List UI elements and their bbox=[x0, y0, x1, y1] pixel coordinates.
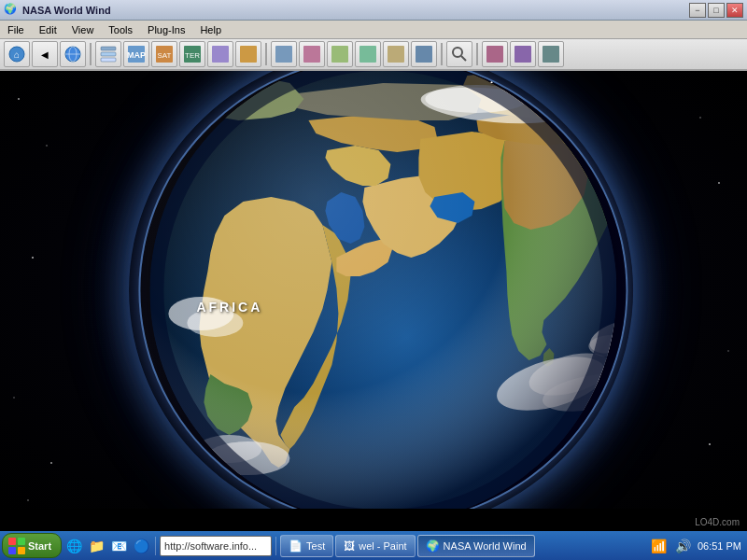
svg-rect-20 bbox=[388, 46, 404, 63]
svg-point-22 bbox=[453, 48, 462, 57]
taskbar-btn-paint[interactable]: 🖼 wel - Paint bbox=[335, 535, 415, 557]
svg-rect-6 bbox=[101, 52, 116, 56]
svg-rect-26 bbox=[543, 46, 559, 63]
toolbar-btn-map8[interactable] bbox=[327, 41, 353, 67]
app-icon: 🌍 bbox=[4, 3, 19, 18]
taskbar-icon-email[interactable]: 📧 bbox=[108, 536, 129, 556]
title-bar: 🌍 NASA World Wind − □ ✕ bbox=[0, 0, 747, 21]
taskbar-divider-1 bbox=[155, 537, 156, 555]
svg-rect-19 bbox=[359, 46, 376, 63]
maximize-button[interactable]: □ bbox=[708, 3, 725, 18]
toolbar-btn-home[interactable]: ⌂ bbox=[4, 41, 30, 67]
toolbar-separator-3 bbox=[441, 43, 443, 65]
toolbar-btn-map1[interactable]: MAP bbox=[123, 41, 149, 67]
toolbar-btn-search[interactable] bbox=[446, 41, 472, 67]
svg-rect-21 bbox=[416, 46, 432, 63]
toolbar-btn-globe[interactable] bbox=[60, 41, 86, 67]
toolbar-separator-1 bbox=[90, 43, 92, 65]
taskbar: Start 🌐 📁 📧 🔵 http://software.info... 📄 … bbox=[0, 531, 747, 560]
svg-rect-55 bbox=[18, 547, 25, 554]
globe[interactable]: AFRICA ASIA bbox=[140, 71, 626, 509]
minimize-button[interactable]: − bbox=[689, 3, 706, 18]
watermark: LO4D.com bbox=[695, 517, 740, 527]
svg-rect-53 bbox=[18, 538, 25, 545]
toolbar-separator-4 bbox=[476, 43, 478, 65]
window-controls: − □ ✕ bbox=[689, 3, 743, 18]
taskbar-btn-test[interactable]: 📄 Test bbox=[280, 535, 333, 557]
toolbar-btn-map2[interactable]: SAT bbox=[151, 41, 177, 67]
volume-icon: 🔊 bbox=[673, 536, 694, 556]
svg-rect-16 bbox=[275, 46, 292, 63]
clock: 06:51 PM bbox=[698, 540, 741, 552]
taskbar-icon-browser[interactable]: 🌐 bbox=[63, 536, 84, 556]
close-button[interactable]: ✕ bbox=[726, 3, 743, 18]
network-icon: 📶 bbox=[649, 536, 669, 556]
taskbar-btn-worldwind[interactable]: 🌍 NASA World Wind bbox=[417, 535, 535, 557]
menu-file[interactable]: File bbox=[4, 23, 28, 36]
menu-bar: File Edit View Tools Plug-Ins Help bbox=[0, 21, 747, 39]
toolbar: ⌂ ◀ MAP SAT TER bbox=[0, 39, 747, 71]
url-bar[interactable]: http://software.info... bbox=[160, 536, 272, 556]
taskbar-icon-ie[interactable]: 🔵 bbox=[131, 536, 151, 556]
svg-text:SAT: SAT bbox=[158, 51, 172, 60]
svg-text:TER: TER bbox=[185, 51, 200, 60]
taskbar-btn-test-icon: 📄 bbox=[289, 539, 303, 553]
svg-rect-24 bbox=[486, 46, 503, 63]
menu-tools[interactable]: Tools bbox=[105, 23, 136, 36]
toolbar-btn-misc3[interactable] bbox=[538, 41, 564, 67]
svg-rect-15 bbox=[240, 46, 257, 63]
toolbar-btn-map6[interactable] bbox=[271, 41, 297, 67]
svg-rect-52 bbox=[8, 538, 16, 545]
svg-rect-17 bbox=[303, 46, 320, 63]
toolbar-btn-map10[interactable] bbox=[383, 41, 409, 67]
toolbar-btn-back[interactable]: ◀ bbox=[32, 41, 58, 67]
svg-rect-54 bbox=[8, 547, 16, 554]
svg-text:MAP: MAP bbox=[127, 50, 146, 60]
windows-logo bbox=[8, 538, 25, 554]
menu-view[interactable]: View bbox=[68, 23, 98, 36]
svg-text:⌂: ⌂ bbox=[14, 49, 20, 60]
toolbar-btn-layers[interactable] bbox=[95, 41, 121, 67]
svg-rect-7 bbox=[101, 58, 116, 62]
toolbar-btn-map7[interactable] bbox=[299, 41, 325, 67]
window-title: NASA World Wind bbox=[22, 5, 111, 16]
taskbar-btn-paint-icon: 🖼 bbox=[344, 539, 355, 553]
toolbar-separator-2 bbox=[265, 43, 267, 65]
menu-help[interactable]: Help bbox=[196, 23, 225, 36]
toolbar-btn-map3[interactable]: TER bbox=[179, 41, 205, 67]
toolbar-btn-map5[interactable] bbox=[235, 41, 261, 67]
svg-line-23 bbox=[461, 56, 466, 61]
svg-rect-14 bbox=[212, 46, 229, 63]
toolbar-btn-map4[interactable] bbox=[207, 41, 233, 67]
svg-rect-5 bbox=[101, 47, 116, 50]
taskbar-right: 📶 🔊 06:51 PM bbox=[649, 536, 745, 556]
start-button[interactable]: Start bbox=[2, 533, 62, 558]
title-left: 🌍 NASA World Wind bbox=[4, 3, 111, 18]
main-viewport[interactable]: AFRICA ASIA bbox=[0, 71, 747, 509]
taskbar-divider-2 bbox=[275, 537, 276, 555]
menu-plugins[interactable]: Plug-Ins bbox=[144, 23, 189, 36]
globe-surface bbox=[140, 71, 626, 509]
toolbar-btn-misc2[interactable] bbox=[510, 41, 536, 67]
toolbar-btn-map9[interactable] bbox=[355, 41, 381, 67]
taskbar-btn-worldwind-icon: 🌍 bbox=[426, 539, 440, 553]
toolbar-btn-misc1[interactable] bbox=[482, 41, 508, 67]
svg-rect-18 bbox=[331, 46, 348, 63]
svg-rect-25 bbox=[514, 46, 531, 63]
toolbar-btn-map11[interactable] bbox=[411, 41, 437, 67]
taskbar-icon-folder[interactable]: 📁 bbox=[86, 536, 106, 556]
menu-edit[interactable]: Edit bbox=[35, 23, 61, 36]
